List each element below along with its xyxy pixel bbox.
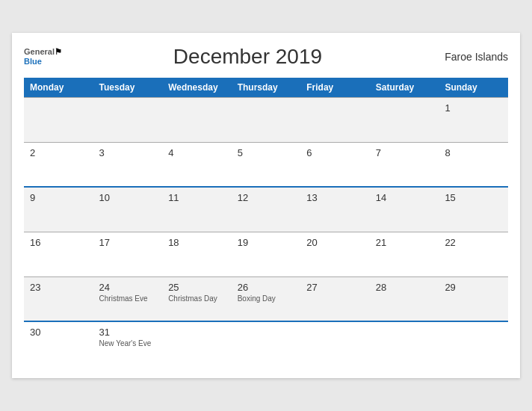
day-number: 11: [168, 192, 226, 203]
calendar-week-row: 3031New Year's Eve: [24, 321, 508, 366]
day-number: 20: [306, 237, 364, 248]
calendar-day-cell: [300, 97, 370, 142]
day-number: 7: [376, 147, 433, 158]
day-number: 26: [238, 282, 295, 293]
calendar-day-cell: 17: [93, 232, 163, 276]
calendar-day-cell: 19: [232, 232, 301, 276]
day-number: 18: [168, 237, 226, 248]
calendar-day-cell: 6: [300, 142, 370, 187]
calendar-week-row: 16171819202122: [24, 232, 508, 276]
day-number: 6: [306, 147, 364, 158]
day-number: 30: [30, 327, 87, 338]
calendar-day-cell: [300, 321, 370, 366]
calendar-day-cell: 28: [370, 276, 439, 321]
calendar-day-cell: [232, 97, 301, 142]
calendar-day-cell: 12: [232, 187, 301, 232]
day-number: 23: [30, 282, 87, 293]
day-number: 17: [99, 237, 157, 248]
calendar-day-cell: 1: [439, 97, 508, 142]
calendar-day-cell: 29: [439, 276, 508, 321]
weekday-saturday: Saturday: [370, 78, 439, 98]
calendar-day-cell: 16: [24, 232, 93, 276]
calendar-day-cell: 3: [93, 142, 163, 187]
calendar-day-cell: 8: [439, 142, 508, 187]
calendar-day-cell: 21: [370, 232, 439, 276]
logo-text: General⚑ Blue: [24, 47, 62, 67]
weekday-tuesday: Tuesday: [93, 78, 163, 98]
calendar-day-cell: [93, 97, 163, 142]
day-number: 31: [99, 327, 157, 338]
calendar-body: 123456789101112131415161718192021222324C…: [24, 97, 508, 366]
day-number: 19: [238, 237, 295, 248]
calendar-day-cell: 18: [162, 232, 232, 276]
calendar-day-cell: 22: [439, 232, 508, 276]
day-event: New Year's Eve: [99, 339, 157, 347]
calendar-day-cell: [162, 97, 232, 142]
day-number: 10: [99, 192, 157, 203]
day-number: 29: [445, 282, 502, 293]
calendar-header: General⚑ Blue December 2019 Faroe Island…: [24, 45, 508, 69]
day-number: 25: [168, 282, 226, 293]
day-number: 27: [306, 282, 364, 293]
day-number: 2: [30, 147, 87, 158]
day-number: 4: [168, 147, 226, 158]
calendar-day-cell: [24, 97, 93, 142]
calendar-day-cell: [370, 97, 439, 142]
logo-blue: Blue: [24, 57, 42, 66]
calendar-week-row: 2324Christmas Eve25Christmas Day26Boxing…: [24, 276, 508, 321]
calendar-day-cell: [370, 321, 439, 366]
calendar-day-cell: 7: [370, 142, 439, 187]
day-number: 5: [238, 147, 295, 158]
calendar-day-cell: 25Christmas Day: [162, 276, 232, 321]
calendar-day-cell: 15: [439, 187, 508, 232]
calendar-container: General⚑ Blue December 2019 Faroe Island…: [12, 33, 520, 379]
calendar-day-cell: 14: [370, 187, 439, 232]
weekday-monday: Monday: [24, 78, 93, 98]
day-number: 16: [30, 237, 87, 248]
day-number: 13: [306, 192, 364, 203]
logo-general: General: [24, 47, 55, 56]
day-event: Boxing Day: [238, 294, 295, 303]
weekday-friday: Friday: [300, 78, 370, 98]
calendar-week-row: 9101112131415: [24, 187, 508, 232]
calendar-grid: MondayTuesdayWednesdayThursdayFridaySatu…: [24, 78, 508, 367]
calendar-week-row: 1: [24, 97, 508, 142]
calendar-day-cell: 11: [162, 187, 232, 232]
day-number: 21: [376, 237, 433, 248]
day-number: 8: [445, 147, 502, 158]
region-label: Faroe Islands: [433, 51, 508, 63]
calendar-day-cell: 13: [300, 187, 370, 232]
calendar-day-cell: 26Boxing Day: [232, 276, 301, 321]
logo: General⚑ Blue: [24, 47, 62, 67]
month-title: December 2019: [62, 45, 433, 69]
calendar-day-cell: 2: [24, 142, 93, 187]
calendar-day-cell: 31New Year's Eve: [93, 321, 163, 366]
calendar-day-cell: 30: [24, 321, 93, 366]
weekday-header-row: MondayTuesdayWednesdayThursdayFridaySatu…: [24, 78, 508, 98]
calendar-week-row: 2345678: [24, 142, 508, 187]
calendar-day-cell: 23: [24, 276, 93, 321]
day-event: Christmas Eve: [99, 294, 157, 303]
calendar-day-cell: 27: [300, 276, 370, 321]
calendar-day-cell: 24Christmas Eve: [93, 276, 163, 321]
day-event: Christmas Day: [168, 294, 226, 303]
calendar-day-cell: 9: [24, 187, 93, 232]
calendar-day-cell: 20: [300, 232, 370, 276]
calendar-day-cell: [232, 321, 301, 366]
calendar-day-cell: [439, 321, 508, 366]
day-number: 24: [99, 282, 157, 293]
calendar-day-cell: 4: [162, 142, 232, 187]
calendar-day-cell: [162, 321, 232, 366]
weekday-thursday: Thursday: [232, 78, 301, 98]
day-number: 12: [238, 192, 295, 203]
calendar-header-row: MondayTuesdayWednesdayThursdayFridaySatu…: [24, 78, 508, 98]
day-number: 22: [445, 237, 502, 248]
day-number: 15: [445, 192, 502, 203]
calendar-day-cell: 10: [93, 187, 163, 232]
day-number: 1: [445, 102, 502, 114]
weekday-sunday: Sunday: [439, 78, 508, 98]
day-number: 9: [30, 192, 87, 203]
day-number: 14: [376, 192, 433, 203]
day-number: 3: [99, 147, 157, 158]
day-number: 28: [376, 282, 433, 293]
